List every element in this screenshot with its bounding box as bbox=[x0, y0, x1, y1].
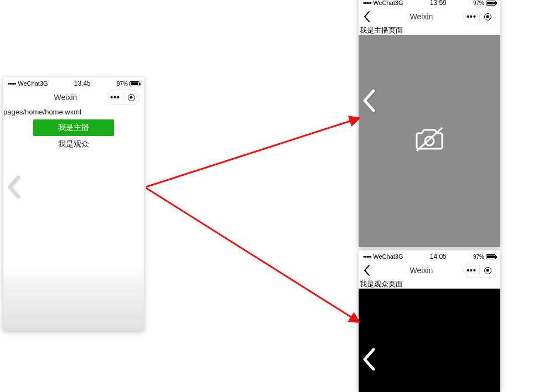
close-icon bbox=[484, 267, 491, 274]
nav-bar: Weixin ••• bbox=[359, 260, 500, 280]
status-bar: ••••• WeChat3G 13:59 97% bbox=[359, 0, 500, 7]
phone-audience: ••••• WeChat3G 14:05 97% Weixin ••• 我是观众… bbox=[359, 250, 500, 392]
status-bar: ••••• WeChat3G 13:45 97% bbox=[3, 77, 144, 87]
clock-label: 13:59 bbox=[430, 0, 447, 7]
bottom-fade bbox=[3, 264, 144, 331]
battery-icon bbox=[129, 81, 139, 86]
page-label: 我是观众页面 bbox=[359, 280, 500, 289]
battery-percent: 97% bbox=[117, 81, 128, 87]
close-icon bbox=[128, 94, 135, 101]
host-button[interactable]: 我是主播 bbox=[33, 119, 114, 136]
chevron-left-icon bbox=[6, 176, 22, 198]
battery-percent: 97% bbox=[473, 254, 484, 260]
svg-line-2 bbox=[146, 118, 359, 187]
carrier-label: WeChat3G bbox=[18, 80, 48, 87]
status-bar: ••••• WeChat3G 14:05 97% bbox=[359, 250, 500, 260]
nav-bar: Weixin ••• bbox=[3, 87, 144, 107]
chevron-left-icon bbox=[361, 348, 377, 370]
video-view bbox=[359, 289, 500, 392]
home-body bbox=[3, 153, 144, 331]
close-icon bbox=[484, 13, 491, 20]
svg-line-3 bbox=[146, 188, 359, 322]
more-icon: ••• bbox=[467, 266, 476, 275]
nav-title: Weixin bbox=[24, 93, 107, 102]
battery-percent: 97% bbox=[473, 0, 484, 6]
phone-home: ••••• WeChat3G 13:45 97% Weixin ••• page… bbox=[3, 77, 144, 331]
capsule-menu[interactable]: ••• bbox=[463, 263, 496, 278]
chevron-left-icon bbox=[361, 90, 377, 112]
page-path-label: pages/home/home.wxml bbox=[3, 107, 144, 117]
camera-view bbox=[359, 35, 500, 247]
battery-icon bbox=[486, 1, 496, 6]
camera-off-icon bbox=[413, 126, 445, 156]
back-button[interactable] bbox=[363, 264, 380, 276]
phone-host: ••••• WeChat3G 13:59 97% Weixin ••• 我是主播… bbox=[359, 0, 500, 247]
carrier-label: WeChat3G bbox=[373, 0, 403, 6]
nav-title: Weixin bbox=[380, 12, 463, 21]
more-icon: ••• bbox=[110, 93, 120, 102]
svg-line-1 bbox=[417, 128, 442, 151]
capsule-menu[interactable]: ••• bbox=[107, 90, 139, 105]
nav-title: Weixin bbox=[380, 266, 463, 275]
back-button[interactable] bbox=[363, 11, 380, 23]
battery-icon bbox=[486, 254, 496, 259]
signal-icon: ••••• bbox=[363, 0, 371, 6]
clock-label: 13:45 bbox=[74, 80, 91, 87]
carrier-label: WeChat3G bbox=[373, 253, 403, 260]
signal-icon: ••••• bbox=[8, 80, 15, 87]
audience-button[interactable]: 我是观众 bbox=[33, 136, 114, 153]
more-icon: ••• bbox=[467, 12, 476, 21]
page-label: 我是主播页面 bbox=[359, 27, 500, 35]
button-group: 我是主播 我是观众 bbox=[3, 119, 144, 153]
svg-point-0 bbox=[425, 137, 434, 145]
clock-label: 14:05 bbox=[430, 253, 447, 260]
capsule-menu[interactable]: ••• bbox=[463, 9, 496, 24]
signal-icon: ••••• bbox=[363, 253, 371, 260]
nav-bar: Weixin ••• bbox=[359, 7, 500, 27]
